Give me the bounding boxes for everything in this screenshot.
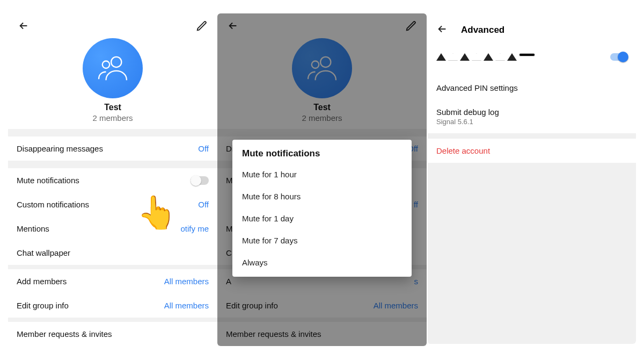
app-version: Signal 5.6.1 xyxy=(436,118,627,126)
row-label: Custom notifications xyxy=(17,200,89,209)
members-count: 2 members xyxy=(8,113,217,123)
back-icon[interactable] xyxy=(18,20,30,34)
group-info-panel-dialog: Test 2 members Disappearing messages Off… xyxy=(217,13,427,346)
row-label: Chat wallpaper xyxy=(17,248,70,257)
empty-area xyxy=(428,163,636,344)
row-label: Mentions xyxy=(17,224,49,233)
row-label: Add members xyxy=(17,277,67,286)
mute-option[interactable]: Always xyxy=(232,251,412,273)
mute-option[interactable]: Mute for 7 days xyxy=(232,229,412,251)
row-value: Off xyxy=(198,200,209,209)
row-label: Mute notifications xyxy=(17,176,79,185)
row-label: Advanced PIN settings xyxy=(436,83,627,92)
member-requests-row[interactable]: Member requests & invites xyxy=(8,322,217,346)
advanced-settings-panel: Advanced Advanced PIN settings Submit de… xyxy=(427,13,636,344)
add-members-row[interactable]: Add members All members xyxy=(8,269,217,293)
mentions-row[interactable]: Mentions otify me xyxy=(8,217,217,241)
back-icon[interactable] xyxy=(436,23,448,37)
svg-point-0 xyxy=(111,57,121,67)
group-avatar[interactable] xyxy=(83,38,143,98)
mute-option[interactable]: Mute for 8 hours xyxy=(232,185,412,207)
row-value: otify me xyxy=(180,224,209,233)
row-label: Edit group info xyxy=(17,301,69,310)
row-label: Delete account xyxy=(436,146,627,155)
group-name: Test xyxy=(8,103,217,112)
mute-toggle[interactable] xyxy=(191,176,209,185)
mute-option[interactable]: Mute for 1 hour xyxy=(232,163,412,185)
mute-option[interactable]: Mute for 1 day xyxy=(232,207,412,229)
disappearing-messages-row[interactable]: Disappearing messages Off xyxy=(8,136,217,161)
advanced-pin-settings-row[interactable]: Advanced PIN settings xyxy=(428,76,636,100)
edit-icon[interactable] xyxy=(196,20,208,34)
row-value: Off xyxy=(198,144,209,153)
advanced-toggle[interactable] xyxy=(610,53,627,61)
chat-wallpaper-row[interactable]: Chat wallpaper xyxy=(8,241,217,265)
row-value: All members xyxy=(164,277,209,286)
submit-debug-log-row[interactable]: Submit debug log Signal 5.6.1 xyxy=(428,100,636,133)
mute-notifications-row[interactable]: Mute notifications xyxy=(8,168,217,192)
group-info-panel: Test 2 members Disappearing messages Off… xyxy=(8,13,217,346)
row-value: All members xyxy=(164,301,209,310)
row-label: Submit debug log xyxy=(436,107,627,117)
svg-point-1 xyxy=(103,61,109,68)
mute-dialog: Mute notifications Mute for 1 hour Mute … xyxy=(232,140,412,277)
header-decor xyxy=(436,51,627,63)
row-label: Member requests & invites xyxy=(17,329,112,339)
page-title: Advanced xyxy=(461,25,504,35)
custom-notifications-row[interactable]: Custom notifications Off xyxy=(8,192,217,217)
edit-group-info-row[interactable]: Edit group info All members xyxy=(8,293,217,318)
dialog-title: Mute notifications xyxy=(232,148,412,163)
delete-account-row[interactable]: Delete account xyxy=(428,139,636,163)
row-label: Disappearing messages xyxy=(17,144,103,153)
